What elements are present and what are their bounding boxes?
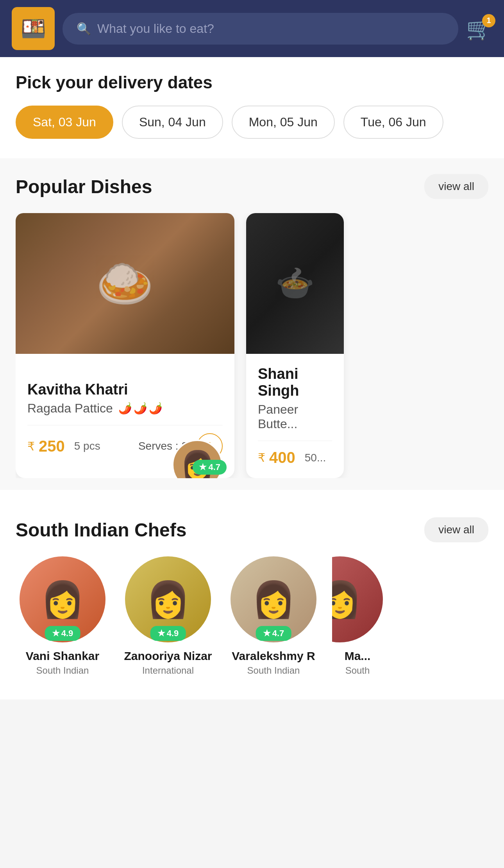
- search-placeholder: What you like to eat?: [97, 22, 214, 36]
- south-indian-chefs-section: South Indian Chefs view all 👩 ★ 4.9 Vani…: [0, 498, 504, 699]
- popular-dishes-title: Popular Dishes: [16, 176, 152, 197]
- chefs-view-all[interactable]: view all: [424, 517, 488, 542]
- dish-image-1: [246, 213, 344, 354]
- chefs-section-header: South Indian Chefs view all: [16, 517, 488, 542]
- chili-3: 🌶️: [149, 402, 163, 415]
- cart-badge: 1: [482, 14, 495, 27]
- price-value-1: 400: [269, 449, 295, 466]
- chef-rating-badge-0: ★ 4.7: [193, 460, 227, 475]
- header: 🍱 🔍 What you like to eat? 🛒 1: [0, 0, 504, 57]
- chef-rating-overlay-2: ★ 4.7: [256, 626, 291, 641]
- chili-1: 🌶️: [118, 402, 132, 415]
- main-content: Pick your delivery dates Sat, 03 Jun Sun…: [0, 57, 504, 699]
- date-chips-row: Sat, 03 Jun Sun, 04 Jun Mon, 05 Jun Tue,…: [16, 106, 488, 139]
- chef-rating-1: 4.9: [167, 628, 179, 638]
- star-icon-chef-2: ★: [263, 628, 271, 638]
- currency-symbol-0: ₹: [27, 439, 35, 453]
- dish-card-1: Shani Singh Paneer Butte... ₹ 400 50...: [246, 213, 344, 478]
- dishes-scroll: 👩 ★ 4.7 Kavitha Khatri Ragada Pattice 🌶️…: [16, 213, 488, 478]
- date-chip-3[interactable]: Tue, 06 Jun: [343, 106, 443, 139]
- chili-2: 🌶️: [134, 402, 147, 415]
- star-icon-chef-1: ★: [157, 628, 165, 638]
- delivery-section: Pick your delivery dates Sat, 03 Jun Sun…: [0, 57, 504, 151]
- chefs-scroll: 👩 ★ 4.9 Vani Shankar South Indian 👩: [16, 556, 488, 676]
- quantity-1: 50...: [305, 452, 326, 464]
- dish-card-0: 👩 ★ 4.7 Kavitha Khatri Ragada Pattice 🌶️…: [16, 213, 234, 478]
- chef-rating-overlay-1: ★ 4.9: [150, 626, 186, 641]
- chef-cuisine-2: South Indian: [247, 665, 300, 676]
- dish-name-1: Paneer Butte...: [258, 402, 332, 431]
- popular-dishes-view-all[interactable]: view all: [424, 174, 488, 199]
- chef-name-1: Zanooriya Nizar: [124, 649, 212, 663]
- chef-cuisine-1: International: [142, 665, 194, 676]
- logo: 🍱: [12, 7, 55, 50]
- chef-card-3[interactable]: 👩 Ma... South: [332, 556, 383, 676]
- chef-card-2[interactable]: 👩 ★ 4.7 Varalekshmy R South Indian: [227, 556, 320, 676]
- dish-name-0: Ragada Pattice: [27, 401, 113, 416]
- chef-cuisine-3: South: [345, 665, 370, 676]
- date-chip-0[interactable]: Sat, 03 Jun: [16, 106, 113, 139]
- date-chip-2[interactable]: Mon, 05 Jun: [232, 106, 335, 139]
- dish-card-inner-1: Shani Singh Paneer Butte... ₹ 400 50...: [246, 213, 344, 478]
- chef-rating-2: 4.7: [272, 628, 284, 638]
- chef-name-0: Vani Shankar: [26, 649, 99, 663]
- logo-icon: 🍱: [21, 17, 46, 41]
- star-icon-chef-0: ★: [52, 628, 60, 638]
- price-wrap-0: ₹ 250: [27, 438, 65, 455]
- chef-rating-0: 4.9: [61, 628, 73, 638]
- quantity-0: 5 pcs: [74, 440, 100, 452]
- dish-card-inner-0: 👩 ★ 4.7 Kavitha Khatri Ragada Pattice 🌶️…: [16, 213, 234, 471]
- chef-name-3: Ma...: [345, 649, 371, 663]
- dish-divider-0: [27, 425, 223, 425]
- chef-rating-value-0: 4.7: [208, 462, 220, 472]
- chili-icons-0: 🌶️ 🌶️ 🌶️: [118, 402, 163, 415]
- price-wrap-1: ₹ 400: [258, 449, 295, 466]
- chef-card-0[interactable]: 👩 ★ 4.9 Vani Shankar South Indian: [16, 556, 109, 676]
- chef-name-2: Varalekshmy R: [232, 649, 315, 663]
- chef-avatar-wrap-3: 👩: [332, 556, 383, 642]
- chefs-section-title: South Indian Chefs: [16, 519, 186, 541]
- delivery-title: Pick your delivery dates: [16, 73, 488, 92]
- chef-cuisine-0: South Indian: [36, 665, 89, 676]
- dish-chef-name-0: Kavitha Khatri: [27, 381, 223, 398]
- chef-avatar-wrap-1: 👩 ★ 4.9: [125, 556, 211, 642]
- chef-card-1[interactable]: 👩 ★ 4.9 Zanooriya Nizar International: [121, 556, 215, 676]
- chef-avatar-wrap-2: 👩 ★ 4.7: [231, 556, 316, 642]
- search-icon: 🔍: [77, 22, 91, 36]
- price-value-0: 250: [39, 438, 65, 455]
- chef-avatar-wrap-0: 👩 ★ 4.9: [20, 556, 105, 642]
- dish-name-row-0: Ragada Pattice 🌶️ 🌶️ 🌶️: [27, 401, 223, 416]
- popular-dishes-header: Popular Dishes view all: [16, 174, 488, 199]
- search-bar[interactable]: 🔍 What you like to eat?: [63, 13, 458, 45]
- dish-footer-1: ₹ 400 50...: [258, 449, 332, 466]
- dish-name-row-1: Paneer Butte...: [258, 402, 332, 431]
- dish-info-1: Shani Singh Paneer Butte... ₹ 400 50...: [246, 354, 344, 478]
- chef-circle-3: 👩: [332, 556, 383, 642]
- dish-divider-1: [258, 441, 332, 441]
- currency-symbol-1: ₹: [258, 451, 265, 464]
- cart-button[interactable]: 🛒 1: [466, 16, 492, 41]
- dish-chef-name-1: Shani Singh: [258, 366, 332, 399]
- chef-rating-overlay-0: ★ 4.9: [45, 626, 80, 641]
- popular-dishes-section: Popular Dishes view all 👩 ★ 4.7 Kavitha …: [0, 158, 504, 490]
- star-icon-0: ★: [199, 462, 207, 472]
- dish-image-0: [16, 213, 234, 354]
- date-chip-1[interactable]: Sun, 04 Jun: [122, 106, 223, 139]
